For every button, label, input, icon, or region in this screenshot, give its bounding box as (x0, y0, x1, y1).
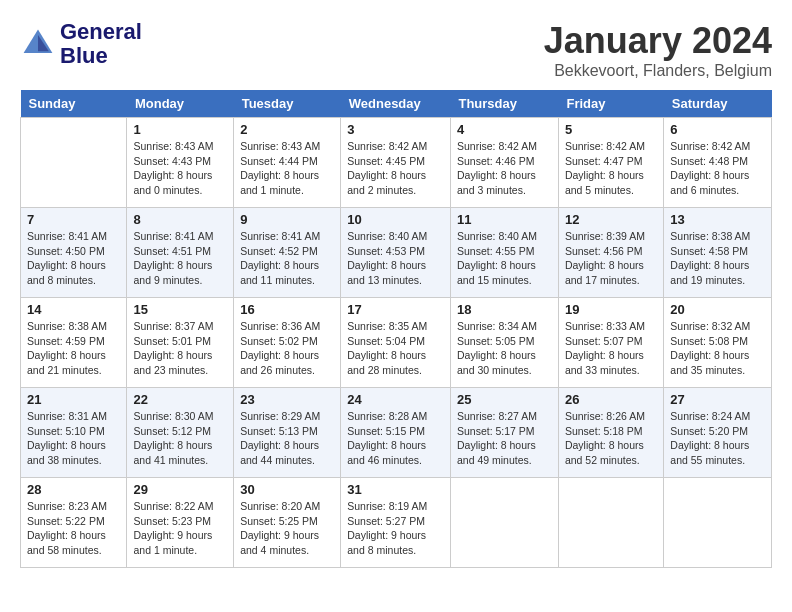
calendar-cell: 15Sunrise: 8:37 AMSunset: 5:01 PMDayligh… (127, 298, 234, 388)
day-number: 20 (670, 302, 765, 317)
calendar-cell: 28Sunrise: 8:23 AMSunset: 5:22 PMDayligh… (21, 478, 127, 568)
week-row-2: 7Sunrise: 8:41 AMSunset: 4:50 PMDaylight… (21, 208, 772, 298)
day-number: 31 (347, 482, 444, 497)
day-number: 7 (27, 212, 120, 227)
day-info: Sunrise: 8:37 AMSunset: 5:01 PMDaylight:… (133, 319, 227, 378)
day-info: Sunrise: 8:28 AMSunset: 5:15 PMDaylight:… (347, 409, 444, 468)
calendar-cell: 25Sunrise: 8:27 AMSunset: 5:17 PMDayligh… (450, 388, 558, 478)
day-info: Sunrise: 8:41 AMSunset: 4:52 PMDaylight:… (240, 229, 334, 288)
day-info: Sunrise: 8:41 AMSunset: 4:50 PMDaylight:… (27, 229, 120, 288)
day-number: 21 (27, 392, 120, 407)
calendar-table: SundayMondayTuesdayWednesdayThursdayFrid… (20, 90, 772, 568)
day-info: Sunrise: 8:22 AMSunset: 5:23 PMDaylight:… (133, 499, 227, 558)
day-info: Sunrise: 8:34 AMSunset: 5:05 PMDaylight:… (457, 319, 552, 378)
day-info: Sunrise: 8:36 AMSunset: 5:02 PMDaylight:… (240, 319, 334, 378)
day-number: 11 (457, 212, 552, 227)
day-number: 13 (670, 212, 765, 227)
day-number: 18 (457, 302, 552, 317)
day-info: Sunrise: 8:39 AMSunset: 4:56 PMDaylight:… (565, 229, 657, 288)
calendar-cell (450, 478, 558, 568)
day-number: 28 (27, 482, 120, 497)
calendar-cell: 31Sunrise: 8:19 AMSunset: 5:27 PMDayligh… (341, 478, 451, 568)
calendar-cell: 4Sunrise: 8:42 AMSunset: 4:46 PMDaylight… (450, 118, 558, 208)
logo-text: General Blue (60, 20, 142, 68)
day-number: 19 (565, 302, 657, 317)
day-info: Sunrise: 8:38 AMSunset: 4:58 PMDaylight:… (670, 229, 765, 288)
day-info: Sunrise: 8:40 AMSunset: 4:53 PMDaylight:… (347, 229, 444, 288)
day-info: Sunrise: 8:27 AMSunset: 5:17 PMDaylight:… (457, 409, 552, 468)
week-row-3: 14Sunrise: 8:38 AMSunset: 4:59 PMDayligh… (21, 298, 772, 388)
day-number: 29 (133, 482, 227, 497)
day-number: 9 (240, 212, 334, 227)
day-number: 1 (133, 122, 227, 137)
calendar-body: 1Sunrise: 8:43 AMSunset: 4:43 PMDaylight… (21, 118, 772, 568)
calendar-cell: 7Sunrise: 8:41 AMSunset: 4:50 PMDaylight… (21, 208, 127, 298)
calendar-cell: 3Sunrise: 8:42 AMSunset: 4:45 PMDaylight… (341, 118, 451, 208)
calendar-cell: 22Sunrise: 8:30 AMSunset: 5:12 PMDayligh… (127, 388, 234, 478)
calendar-cell: 10Sunrise: 8:40 AMSunset: 4:53 PMDayligh… (341, 208, 451, 298)
weekday-header-monday: Monday (127, 90, 234, 118)
calendar-cell: 27Sunrise: 8:24 AMSunset: 5:20 PMDayligh… (664, 388, 772, 478)
day-number: 12 (565, 212, 657, 227)
calendar-cell (664, 478, 772, 568)
day-info: Sunrise: 8:32 AMSunset: 5:08 PMDaylight:… (670, 319, 765, 378)
day-info: Sunrise: 8:42 AMSunset: 4:45 PMDaylight:… (347, 139, 444, 198)
calendar-cell: 17Sunrise: 8:35 AMSunset: 5:04 PMDayligh… (341, 298, 451, 388)
calendar-cell (558, 478, 663, 568)
calendar-cell: 24Sunrise: 8:28 AMSunset: 5:15 PMDayligh… (341, 388, 451, 478)
day-info: Sunrise: 8:35 AMSunset: 5:04 PMDaylight:… (347, 319, 444, 378)
calendar-cell: 26Sunrise: 8:26 AMSunset: 5:18 PMDayligh… (558, 388, 663, 478)
calendar-cell: 23Sunrise: 8:29 AMSunset: 5:13 PMDayligh… (234, 388, 341, 478)
day-info: Sunrise: 8:42 AMSunset: 4:48 PMDaylight:… (670, 139, 765, 198)
calendar-cell: 5Sunrise: 8:42 AMSunset: 4:47 PMDaylight… (558, 118, 663, 208)
calendar-cell: 21Sunrise: 8:31 AMSunset: 5:10 PMDayligh… (21, 388, 127, 478)
day-info: Sunrise: 8:29 AMSunset: 5:13 PMDaylight:… (240, 409, 334, 468)
day-number: 10 (347, 212, 444, 227)
title-block: January 2024 Bekkevoort, Flanders, Belgi… (544, 20, 772, 80)
calendar-cell: 12Sunrise: 8:39 AMSunset: 4:56 PMDayligh… (558, 208, 663, 298)
calendar-cell: 11Sunrise: 8:40 AMSunset: 4:55 PMDayligh… (450, 208, 558, 298)
day-number: 23 (240, 392, 334, 407)
calendar-cell: 14Sunrise: 8:38 AMSunset: 4:59 PMDayligh… (21, 298, 127, 388)
day-info: Sunrise: 8:23 AMSunset: 5:22 PMDaylight:… (27, 499, 120, 558)
day-info: Sunrise: 8:43 AMSunset: 4:44 PMDaylight:… (240, 139, 334, 198)
day-number: 2 (240, 122, 334, 137)
day-info: Sunrise: 8:26 AMSunset: 5:18 PMDaylight:… (565, 409, 657, 468)
day-info: Sunrise: 8:31 AMSunset: 5:10 PMDaylight:… (27, 409, 120, 468)
weekday-header-sunday: Sunday (21, 90, 127, 118)
weekday-header-wednesday: Wednesday (341, 90, 451, 118)
day-info: Sunrise: 8:30 AMSunset: 5:12 PMDaylight:… (133, 409, 227, 468)
day-number: 4 (457, 122, 552, 137)
calendar-cell (21, 118, 127, 208)
month-title: January 2024 (544, 20, 772, 62)
location: Bekkevoort, Flanders, Belgium (544, 62, 772, 80)
weekday-header-saturday: Saturday (664, 90, 772, 118)
day-number: 30 (240, 482, 334, 497)
weekday-header-friday: Friday (558, 90, 663, 118)
day-number: 17 (347, 302, 444, 317)
day-number: 16 (240, 302, 334, 317)
calendar-cell: 29Sunrise: 8:22 AMSunset: 5:23 PMDayligh… (127, 478, 234, 568)
calendar-cell: 30Sunrise: 8:20 AMSunset: 5:25 PMDayligh… (234, 478, 341, 568)
day-info: Sunrise: 8:19 AMSunset: 5:27 PMDaylight:… (347, 499, 444, 558)
calendar-cell: 9Sunrise: 8:41 AMSunset: 4:52 PMDaylight… (234, 208, 341, 298)
day-number: 14 (27, 302, 120, 317)
calendar-cell: 18Sunrise: 8:34 AMSunset: 5:05 PMDayligh… (450, 298, 558, 388)
day-number: 27 (670, 392, 765, 407)
calendar-cell: 13Sunrise: 8:38 AMSunset: 4:58 PMDayligh… (664, 208, 772, 298)
day-info: Sunrise: 8:43 AMSunset: 4:43 PMDaylight:… (133, 139, 227, 198)
day-number: 5 (565, 122, 657, 137)
logo: General Blue (20, 20, 142, 68)
calendar-cell: 20Sunrise: 8:32 AMSunset: 5:08 PMDayligh… (664, 298, 772, 388)
day-info: Sunrise: 8:40 AMSunset: 4:55 PMDaylight:… (457, 229, 552, 288)
calendar-cell: 1Sunrise: 8:43 AMSunset: 4:43 PMDaylight… (127, 118, 234, 208)
day-info: Sunrise: 8:42 AMSunset: 4:46 PMDaylight:… (457, 139, 552, 198)
day-number: 24 (347, 392, 444, 407)
day-number: 3 (347, 122, 444, 137)
day-number: 22 (133, 392, 227, 407)
day-number: 15 (133, 302, 227, 317)
week-row-4: 21Sunrise: 8:31 AMSunset: 5:10 PMDayligh… (21, 388, 772, 478)
day-info: Sunrise: 8:24 AMSunset: 5:20 PMDaylight:… (670, 409, 765, 468)
day-info: Sunrise: 8:33 AMSunset: 5:07 PMDaylight:… (565, 319, 657, 378)
week-row-1: 1Sunrise: 8:43 AMSunset: 4:43 PMDaylight… (21, 118, 772, 208)
